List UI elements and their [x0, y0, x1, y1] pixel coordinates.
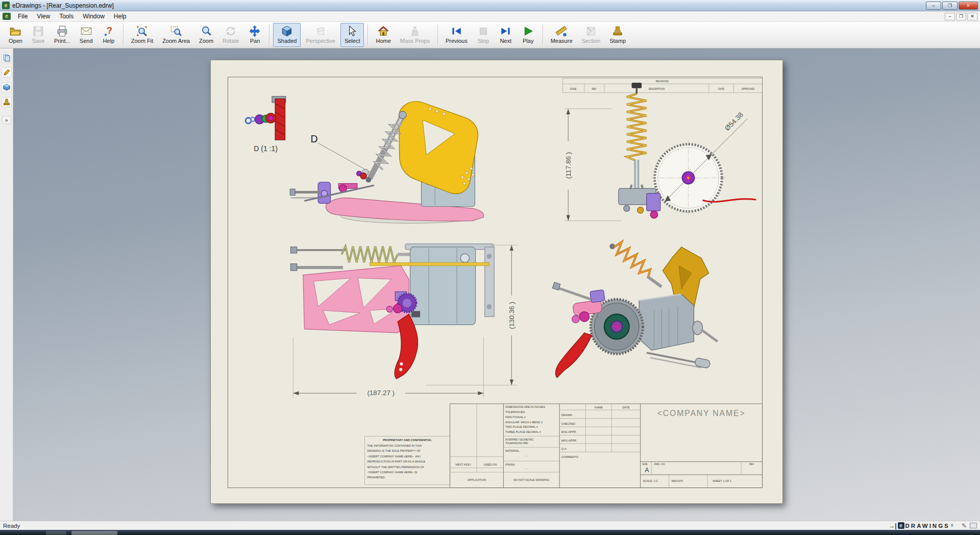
open-label: Open: [9, 38, 22, 44]
expand-panel-button[interactable]: »: [2, 116, 11, 124]
markup-panel-button[interactable]: [2, 67, 12, 78]
sheet-size: A: [645, 467, 649, 474]
isometric-view[interactable]: [552, 242, 717, 378]
minimize-button[interactable]: –: [926, 2, 941, 10]
stop-button[interactable]: Stop: [473, 23, 494, 47]
view-panel-icon: [3, 83, 11, 91]
stamp-panel-button[interactable]: [2, 97, 12, 107]
windows-taskbar-edge[interactable]: [0, 530, 980, 535]
toolbar-separator: [437, 25, 438, 45]
svg-text:TOLERANCING PER:: TOLERANCING PER:: [505, 442, 528, 445]
stamp-label: Stamp: [609, 38, 626, 44]
zoom-area-icon: [170, 25, 182, 37]
shaded-button[interactable]: Shaded: [273, 23, 301, 47]
dim-rear-height: (117.86 ): [565, 109, 622, 221]
front-view[interactable]: D: [290, 102, 483, 224]
restore-button[interactable]: ❐: [942, 2, 958, 10]
logo-e-icon: e: [898, 522, 904, 529]
main-area: » REVISIONS ZONE: [0, 48, 980, 521]
svg-text:FINISH: FINISH: [505, 463, 514, 466]
section-label: Section: [582, 38, 601, 44]
home-button[interactable]: Home: [372, 23, 395, 47]
top-view[interactable]: (187.27 ) (130.36 ): [290, 244, 517, 398]
svg-text:--: --: [525, 467, 527, 470]
logo-brand-text: DRAWINGS: [905, 523, 950, 529]
print-label: Print...: [54, 38, 70, 44]
svg-text:<INSERT COMPANY NAME HERE> IS: <INSERT COMPANY NAME HERE> IS: [367, 471, 417, 474]
select-button[interactable]: Select: [340, 23, 364, 47]
doc-close-button[interactable]: ✕: [967, 13, 977, 20]
menu-tools[interactable]: Tools: [55, 12, 78, 21]
pan-button[interactable]: Pan: [244, 23, 265, 47]
close-button[interactable]: ✕: [959, 2, 978, 10]
svg-text:THREE PLACE DECIMAL ±: THREE PLACE DECIMAL ±: [505, 430, 541, 433]
menu-window[interactable]: Window: [78, 12, 109, 21]
svg-text:ENG APPR.: ENG APPR.: [561, 430, 577, 433]
svg-text:MFG APPR.: MFG APPR.: [561, 439, 577, 442]
send-button[interactable]: Send: [76, 23, 97, 47]
home-icon: [377, 25, 389, 37]
detail-view-d[interactable]: D (1 :1): [246, 96, 286, 153]
play-button[interactable]: Play: [518, 23, 539, 47]
window-icon[interactable]: [970, 523, 977, 528]
company-name: <COMPANY NAME>: [657, 409, 746, 418]
svg-text:SIZE: SIZE: [642, 463, 647, 466]
menu-view[interactable]: View: [32, 12, 55, 21]
pages-panel-button[interactable]: [2, 53, 12, 63]
measure-button[interactable]: Measure: [547, 23, 577, 47]
svg-text:<INSERT COMPANY NAME HERE>. AN: <INSERT COMPANY NAME HERE>. ANY: [367, 455, 421, 458]
doc-minimize-button[interactable]: –: [945, 13, 955, 20]
open-button[interactable]: Open: [5, 23, 27, 47]
save-button[interactable]: Save: [28, 23, 49, 47]
menu-file[interactable]: File: [13, 12, 32, 21]
next-button[interactable]: Next: [495, 23, 517, 47]
detail-callout-letter: D: [310, 133, 317, 144]
menu-help[interactable]: Help: [109, 12, 131, 21]
home-label: Home: [376, 38, 390, 44]
stamp-button[interactable]: Stamp: [605, 23, 630, 47]
rear-view[interactable]: (117.86 ): [565, 83, 756, 221]
zoom-fit-button[interactable]: Zoom Fit: [127, 23, 157, 47]
svg-text:CHECKED: CHECKED: [561, 422, 575, 425]
next-icon: [500, 25, 512, 37]
svg-text:?: ?: [106, 25, 112, 36]
rev-col-zone: ZONE: [570, 88, 577, 90]
drawing-canvas[interactable]: REVISIONS ZONE REV. DESCRIPTION DATE APP…: [13, 48, 980, 521]
document-icon[interactable]: e: [3, 13, 11, 20]
window-title: eDrawings - [Rear_Suspension.edrw]: [12, 2, 114, 9]
section-icon: [585, 25, 597, 37]
svg-text:NAME: NAME: [595, 406, 603, 409]
svg-text:DO NOT SCALE DRAWING: DO NOT SCALE DRAWING: [513, 478, 549, 481]
pan-icon: [249, 25, 261, 37]
edrawings-window: e eDrawings - [Rear_Suspension.edrw] – ❐…: [0, 0, 980, 535]
perspective-cube-icon: [314, 25, 327, 37]
previous-button[interactable]: Previous: [442, 23, 472, 47]
svg-text:(130.36 ): (130.36 ): [508, 302, 516, 329]
svg-text:NEXT ASSY: NEXT ASSY: [455, 463, 471, 466]
zoom-area-label: Zoom Area: [162, 38, 190, 44]
help-button[interactable]: ? Help: [98, 23, 119, 47]
print-button[interactable]: Print...: [50, 23, 75, 47]
svg-text:PROHIBITED.: PROHIBITED.: [367, 476, 385, 479]
rotate-button[interactable]: Rotate: [218, 23, 243, 47]
save-floppy-icon: [32, 25, 44, 37]
doc-restore-button[interactable]: ❐: [956, 13, 966, 20]
printer-icon: [56, 25, 68, 37]
mass-props-button[interactable]: Mass Props: [396, 23, 434, 47]
svg-text:TWO PLACE DECIMAL ±: TWO PLACE DECIMAL ±: [505, 425, 538, 428]
pencil-icon[interactable]: ✎: [962, 522, 967, 529]
svg-text:DIMENSIONS ARE IN INCHES: DIMENSIONS ARE IN INCHES: [505, 405, 545, 408]
open-folder-icon: [9, 25, 21, 37]
mass-props-label: Mass Props: [400, 38, 430, 44]
stop-icon: [477, 25, 489, 37]
dim-plan-width: (187.27 ): [293, 337, 483, 398]
zoom-area-button[interactable]: Zoom Area: [158, 23, 194, 47]
revisions-title: REVISIONS: [656, 80, 669, 83]
drawing-sheet[interactable]: REVISIONS ZONE REV. DESCRIPTION DATE APP…: [210, 60, 783, 504]
section-button[interactable]: Section: [578, 23, 605, 47]
view-panel-button[interactable]: [2, 82, 12, 92]
zoom-button[interactable]: Zoom: [195, 23, 217, 47]
perspective-button[interactable]: Perspective: [302, 23, 339, 47]
play-label: Play: [523, 38, 533, 44]
svg-text:DRAWING IS THE SOLE PROPERTY O: DRAWING IS THE SOLE PROPERTY OF: [367, 449, 421, 452]
